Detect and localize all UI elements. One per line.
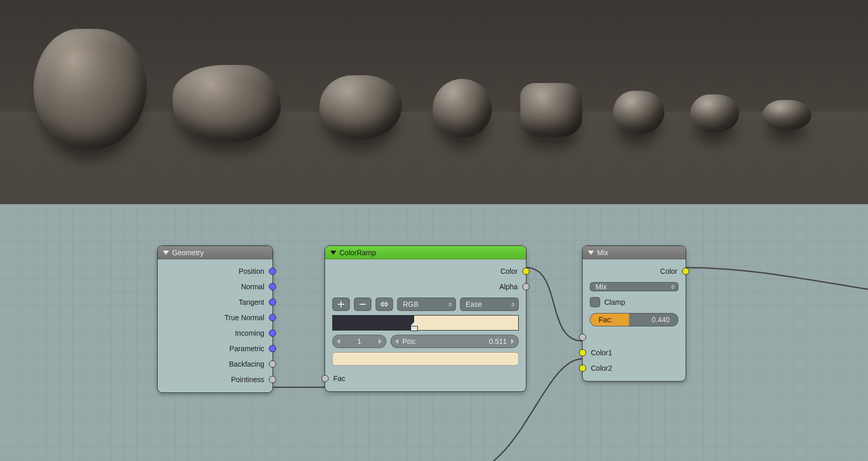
socket-out-value[interactable] [522,283,530,290]
rock-6 [613,91,665,135]
remove-stop-button[interactable] [354,298,371,311]
socket-out-vector[interactable] [269,345,276,352]
rock-1 [33,29,147,150]
rock-4 [433,79,492,138]
slider-value: 0.440 [652,316,670,324]
field-label: Pos: [402,337,417,345]
checkbox-label: Clamp [604,298,625,306]
svg-rect-0 [360,304,366,305]
ramp-segment [414,316,518,330]
socket-label: Normal [241,283,264,291]
stop-color-swatch[interactable] [332,352,519,366]
collapse-icon[interactable] [330,251,336,255]
dropdown-value: Ease [466,300,482,308]
node-title: Geometry [172,249,203,257]
node-header[interactable]: Geometry [158,246,273,259]
plus-icon [337,300,345,308]
socket-out-value[interactable] [269,360,276,368]
socket-label: Alpha [499,283,518,291]
chevron-right-icon[interactable] [379,339,382,344]
color-mode-dropdown[interactable]: RGB [397,298,456,311]
socket-label: Tangent [239,298,264,306]
dropdown-value: RGB [403,300,418,308]
socket-label: Color [660,267,677,275]
rock-2 [173,65,281,142]
socket-label: Position [239,267,264,275]
node-mix[interactable]: Mix Color Mix Clamp Fac: 0.440 [582,245,686,382]
socket-out-vector[interactable] [269,268,276,275]
chevron-right-icon[interactable] [511,339,514,344]
node-title: Mix [597,249,608,257]
clamp-checkbox[interactable] [590,297,600,307]
rock-7 [690,94,739,133]
socket-label: Color1 [591,349,612,357]
socket-in-color[interactable] [579,365,586,372]
node-header[interactable]: ColorRamp [325,246,526,259]
socket-label: Backfacing [229,360,264,368]
socket-in-color[interactable] [579,349,586,356]
socket-out-value[interactable] [269,376,276,383]
interp-dropdown[interactable]: Ease [460,298,519,311]
node-editor[interactable]: Geometry Position Normal Tangent True No… [0,204,868,461]
field-value: 1 [358,337,362,345]
stop-index-field[interactable]: 1 [332,335,386,348]
socket-out-vector[interactable] [269,283,276,290]
socket-out-vector[interactable] [269,314,276,321]
slider-label: Fac: [599,316,612,324]
flip-ramp-button[interactable] [376,298,393,311]
socket-label: Parametric [229,344,264,353]
node-header[interactable]: Mix [583,246,686,259]
field-value: 0.511 [489,337,507,345]
socket-label: Fac [333,374,345,383]
socket-label: Pointiness [231,375,264,384]
dropdown-value: Mix [595,283,607,291]
ramp-segment [333,316,414,330]
stop-position-field[interactable]: Pos: 0.511 [390,335,519,348]
socket-in-value[interactable] [321,375,329,382]
socket-out-color[interactable] [682,268,689,275]
ramp-stop-handle[interactable] [411,322,418,331]
chevron-left-icon[interactable] [395,339,398,344]
rock-3 [319,75,402,140]
socket-label: Color [501,267,518,275]
collapse-icon[interactable] [588,251,594,255]
socket-label: True Normal [225,314,264,322]
rock-5 [520,83,582,137]
rock-8 [762,100,811,131]
socket-label: Incoming [235,329,264,337]
socket-label: Color2 [591,364,612,372]
socket-out-color[interactable] [522,268,530,275]
add-stop-button[interactable] [332,298,350,311]
chevron-left-icon[interactable] [337,339,340,344]
node-geometry[interactable]: Geometry Position Normal Tangent True No… [157,245,273,393]
collapse-icon[interactable] [163,251,169,255]
color-ramp-gradient[interactable] [332,315,519,331]
minus-icon [359,300,367,308]
node-title: ColorRamp [339,249,376,257]
render-preview [0,0,868,204]
socket-out-vector[interactable] [269,299,276,306]
node-colorramp[interactable]: ColorRamp Color Alpha RGB [325,245,526,392]
fac-slider[interactable]: Fac: 0.440 [590,313,678,326]
blend-mode-dropdown[interactable]: Mix [590,282,678,291]
flip-icon [380,301,389,308]
socket-out-vector[interactable] [269,330,276,337]
